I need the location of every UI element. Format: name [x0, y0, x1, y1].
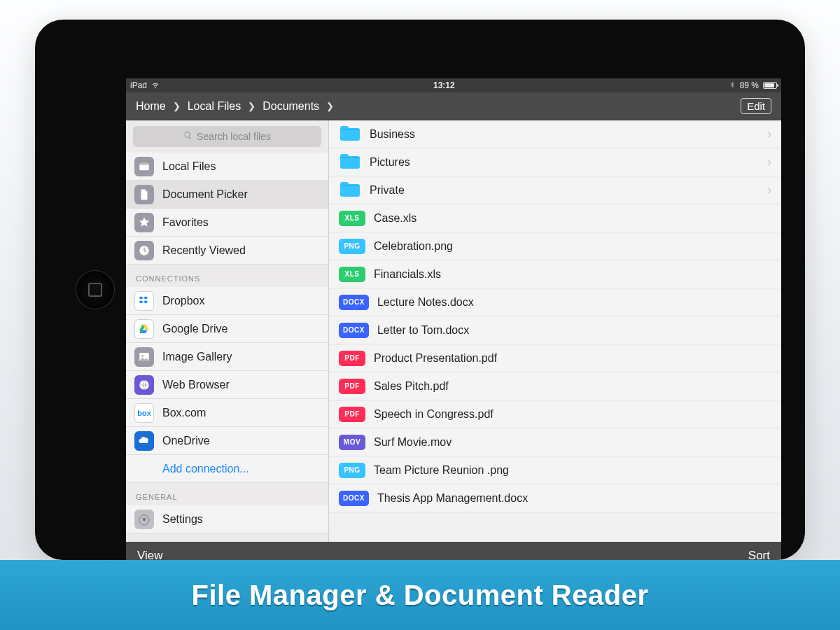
search-icon	[183, 131, 192, 142]
navbar: Home ❯ Local Files ❯ Documents ❯ Edit	[126, 92, 781, 120]
file-name: Thesis App Management.docx	[377, 492, 528, 505]
file-row[interactable]: XLSCase.xls	[329, 204, 781, 232]
chevron-right-icon: ›	[767, 183, 771, 197]
status-bar: iPad 13:12 89 %	[126, 78, 781, 92]
file-name: Celebration.png	[374, 240, 453, 253]
folder-row[interactable]: Private›	[329, 176, 781, 204]
folder-window-icon	[134, 157, 154, 176]
file-row[interactable]: PNGTeam Picture Reunion .png	[329, 456, 781, 484]
docx-badge: DOCX	[339, 323, 369, 338]
star-icon	[134, 213, 154, 232]
gallery-icon	[134, 347, 154, 367]
pdf-badge: PDF	[339, 379, 365, 394]
screen: iPad 13:12 89 % Home ❯ Local Files ❯	[126, 78, 781, 560]
sidebar-item-label: Google Drive	[162, 323, 227, 335]
onedrive-icon	[134, 431, 154, 451]
file-row[interactable]: DOCXLetter to Tom.docx	[329, 316, 781, 344]
sidebar-item-label: Dropbox	[162, 295, 204, 307]
ipad-frame: iPad 13:12 89 % Home ❯ Local Files ❯	[35, 20, 805, 560]
chevron-right-icon: ❯	[326, 101, 334, 111]
document-icon	[134, 185, 154, 204]
add-connection-button[interactable]: Add connection...	[126, 455, 328, 483]
chevron-right-icon: ›	[767, 155, 771, 169]
file-name: Team Picture Reunion .png	[374, 464, 509, 477]
clock: 13:12	[160, 80, 729, 90]
folder-icon	[339, 124, 361, 145]
folder-row[interactable]: Pictures›	[329, 148, 781, 176]
file-row[interactable]: DOCXLecture Notes.docx	[329, 288, 781, 316]
sidebar-item-local-files[interactable]: Local Files	[126, 153, 328, 181]
sidebar-item-web-browser[interactable]: Web Browser	[126, 371, 328, 399]
file-list: Business›Pictures›Private›XLSCase.xlsPNG…	[329, 120, 781, 542]
sidebar-item-box-com[interactable]: boxBox.com	[126, 399, 328, 427]
sidebar-item-image-gallery[interactable]: Image Gallery	[126, 343, 328, 371]
file-name: Letter to Tom.docx	[377, 324, 469, 337]
gear-icon	[134, 510, 154, 529]
chevron-right-icon: ›	[767, 127, 771, 141]
sidebar-item-label: Favorites	[162, 216, 209, 229]
folder-icon	[339, 152, 361, 173]
sidebar-item-document-picker[interactable]: Document Picker	[126, 181, 328, 209]
promo-caption: File Manager & Document Reader	[0, 560, 840, 630]
svg-rect-1	[139, 162, 149, 164]
file-name: Business	[370, 128, 415, 141]
bluetooth-icon	[729, 80, 736, 91]
file-row[interactable]: PDFProduct Presentation.pdf	[329, 344, 781, 372]
crumb-documents[interactable]: Documents	[262, 100, 319, 113]
battery-percent: 89 %	[740, 80, 759, 90]
file-row[interactable]: DOCXThesis App Management.docx	[329, 484, 781, 512]
file-name: Private	[370, 184, 405, 197]
folder-icon	[339, 180, 361, 201]
sidebar-item-settings[interactable]: Settings	[126, 505, 328, 533]
file-name: Surf Movie.mov	[374, 436, 451, 449]
docx-badge: DOCX	[339, 491, 369, 506]
search-placeholder: Search local files	[197, 131, 271, 142]
file-name: Pictures	[370, 156, 410, 169]
chevron-right-icon: ❯	[173, 101, 181, 111]
file-row[interactable]: XLSFinancials.xls	[329, 260, 781, 288]
file-name: Financials.xls	[374, 268, 441, 281]
file-name: Product Presentation.pdf	[374, 352, 497, 365]
crumb-local-files[interactable]: Local Files	[188, 100, 241, 113]
file-row[interactable]: MOVSurf Movie.mov	[329, 428, 781, 456]
svg-point-6	[143, 517, 146, 521]
battery-icon	[763, 82, 777, 89]
sidebar-item-label: OneDrive	[162, 435, 210, 447]
sidebar-item-label: Web Browser	[162, 379, 230, 391]
search-input[interactable]: Search local files	[133, 126, 321, 147]
folder-row[interactable]: Business›	[329, 120, 781, 148]
gdrive-icon	[134, 319, 154, 339]
sidebar-item-label: Document Picker	[162, 188, 248, 201]
file-row[interactable]: PNGCelebration.png	[329, 232, 781, 260]
mov-badge: MOV	[339, 435, 365, 450]
docx-badge: DOCX	[339, 295, 369, 310]
xls-badge: XLS	[339, 211, 365, 226]
section-header: GENERAL	[126, 483, 328, 505]
section-header: CONNECTIONS	[126, 265, 328, 287]
sidebar-item-label: Recently Viewed	[162, 244, 246, 257]
chevron-right-icon: ❯	[248, 101, 255, 111]
breadcrumb[interactable]: Home ❯ Local Files ❯ Documents ❯	[136, 100, 334, 113]
sidebar: Search local files Local FilesDocument P…	[126, 120, 329, 542]
file-name: Sales Pitch.pdf	[374, 380, 449, 393]
sidebar-item-label: Image Gallery	[162, 351, 232, 363]
sidebar-item-google-drive[interactable]: Google Drive	[126, 315, 328, 343]
crumb-home[interactable]: Home	[136, 100, 166, 113]
edit-button[interactable]: Edit	[741, 98, 771, 114]
box-icon: box	[134, 403, 154, 423]
sidebar-item-recently-viewed[interactable]: Recently Viewed	[126, 237, 328, 265]
sort-button[interactable]: Sort	[748, 549, 770, 560]
sidebar-item-onedrive[interactable]: OneDrive	[126, 427, 328, 455]
bottom-toolbar: View Sort	[126, 542, 781, 560]
file-row[interactable]: PDFSales Pitch.pdf	[329, 372, 781, 400]
svg-point-4	[141, 355, 144, 357]
file-row[interactable]: PDFSpeech in Congress.pdf	[329, 400, 781, 428]
sidebar-item-dropbox[interactable]: Dropbox	[126, 287, 328, 315]
sidebar-item-favorites[interactable]: Favorites	[126, 209, 328, 237]
file-name: Speech in Congress.pdf	[374, 408, 493, 421]
home-button[interactable]	[76, 270, 115, 309]
xls-badge: XLS	[339, 267, 365, 282]
view-button[interactable]: View	[137, 549, 163, 560]
file-name: Lecture Notes.docx	[377, 296, 474, 309]
clock-icon	[134, 241, 154, 260]
